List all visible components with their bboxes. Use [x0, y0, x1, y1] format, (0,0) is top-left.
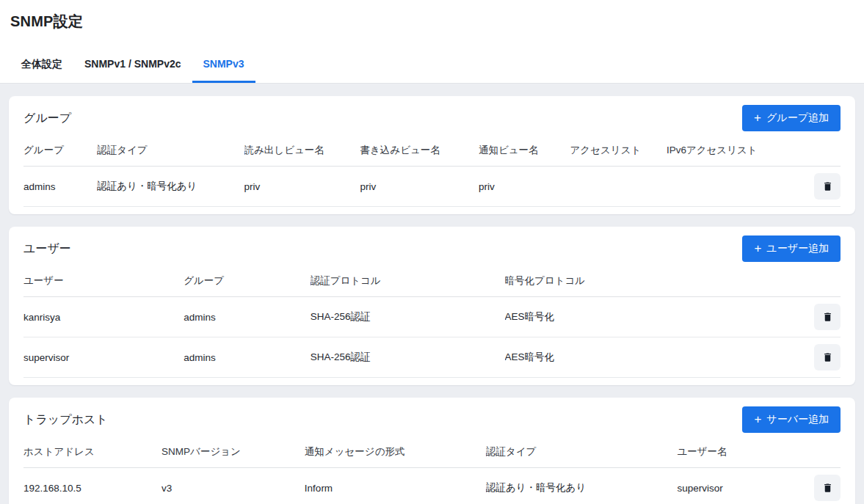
tab-snmpv3[interactable]: SNMPv3 [192, 49, 255, 83]
table-row: 192.168.10.5v3Inform認証あり・暗号化ありsupervisor [23, 468, 841, 504]
groups-table: グループ認証タイプ読み出しビュー名書き込みビュー名通知ビュー名アクセスリストIP… [23, 133, 841, 207]
table-cell: supervisor [677, 468, 796, 504]
column-header: アクセスリスト [570, 133, 667, 167]
trash-icon [822, 351, 833, 363]
column-header: 通知ビュー名 [479, 133, 570, 167]
users-card-header: ユーザー + ユーザー追加 [23, 235, 841, 262]
main-content: グループ + グループ追加 グループ認証タイプ読み出しビュー名書き込みビュー名通… [0, 96, 864, 504]
table-cell: 認証あり・暗号化あり [97, 167, 244, 207]
column-header: ユーザー [23, 263, 184, 297]
column-header: グループ [184, 263, 311, 297]
table-cell: priv [244, 167, 360, 207]
add-user-button[interactable]: + ユーザー追加 [742, 235, 841, 262]
table-cell: Inform [305, 468, 486, 504]
table-cell: AES暗号化 [505, 337, 796, 378]
delete-button[interactable] [814, 475, 841, 501]
actions-column-header [796, 434, 841, 468]
table-cell [667, 167, 796, 207]
plus-icon: + [754, 413, 761, 426]
actions-cell [796, 167, 841, 207]
trap-hosts-card: トラップホスト + サーバー追加 ホストアドレスSNMPバージョン通知メッセージ… [9, 398, 855, 504]
column-header: 認証タイプ [486, 434, 677, 468]
trash-icon [822, 482, 833, 494]
table-cell: SHA-256認証 [311, 337, 505, 378]
delete-button[interactable] [814, 304, 841, 330]
table-header-row: ユーザーグループ認証プロトコル暗号化プロトコル [23, 263, 841, 297]
trap-hosts-card-header: トラップホスト + サーバー追加 [23, 406, 841, 433]
table-cell: v3 [161, 468, 305, 504]
groups-card-header: グループ + グループ追加 [23, 105, 841, 131]
add-group-button[interactable]: + グループ追加 [742, 105, 841, 131]
delete-button[interactable] [814, 344, 841, 370]
groups-card: グループ + グループ追加 グループ認証タイプ読み出しビュー名書き込みビュー名通… [9, 96, 855, 214]
plus-icon: + [754, 242, 761, 255]
page-title: SNMP設定 [10, 12, 854, 32]
add-server-button[interactable]: + サーバー追加 [742, 406, 841, 433]
page-header: SNMP設定 全体設定SNMPv1 / SNMPv2cSNMPv3 [0, 0, 864, 84]
actions-cell [796, 337, 841, 378]
table-cell: 認証あり・暗号化あり [486, 468, 677, 504]
table-header-row: グループ認証タイプ読み出しビュー名書き込みビュー名通知ビュー名アクセスリストIP… [23, 133, 841, 167]
table-cell: kanrisya [23, 297, 184, 337]
plus-icon: + [754, 112, 761, 124]
table-cell: admins [184, 337, 311, 378]
tab-snmpv1-snmpv2c[interactable]: SNMPv1 / SNMPv2c [73, 49, 192, 83]
table-cell: 192.168.10.5 [23, 468, 161, 504]
table-cell [570, 167, 667, 207]
trap-hosts-section-title: トラップホスト [23, 412, 108, 428]
table-cell: SHA-256認証 [311, 297, 505, 337]
column-header: ホストアドレス [23, 434, 161, 468]
add-group-button-label: グループ追加 [766, 112, 829, 125]
column-header: ユーザー名 [677, 434, 796, 468]
table-row: kanrisyaadminsSHA-256認証AES暗号化 [23, 297, 841, 337]
table-header-row: ホストアドレスSNMPバージョン通知メッセージの形式認証タイプユーザー名 [23, 434, 841, 468]
column-header: IPv6アクセスリスト [667, 133, 796, 167]
trap-hosts-table: ホストアドレスSNMPバージョン通知メッセージの形式認証タイプユーザー名192.… [23, 434, 841, 504]
column-header: グループ [23, 133, 97, 167]
tabs: 全体設定SNMPv1 / SNMPv2cSNMPv3 [10, 49, 854, 83]
delete-button[interactable] [814, 173, 841, 200]
table-row: admins認証あり・暗号化ありprivprivpriv [23, 167, 841, 207]
trash-icon [822, 180, 833, 192]
users-section-title: ユーザー [23, 241, 71, 257]
actions-column-header [796, 133, 841, 167]
actions-cell [796, 297, 841, 337]
column-header: SNMPバージョン [161, 434, 305, 468]
column-header: 暗号化プロトコル [505, 263, 796, 297]
column-header: 認証プロトコル [311, 263, 505, 297]
table-cell: priv [360, 167, 479, 207]
column-header: 読み出しビュー名 [244, 133, 360, 167]
add-server-button-label: サーバー追加 [766, 413, 829, 426]
column-header: 通知メッセージの形式 [305, 434, 486, 468]
column-header: 認証タイプ [97, 133, 244, 167]
users-table: ユーザーグループ認証プロトコル暗号化プロトコルkanrisyaadminsSHA… [23, 263, 841, 378]
table-row: supervisoradminsSHA-256認証AES暗号化 [23, 337, 841, 378]
actions-cell [796, 468, 841, 504]
actions-column-header [796, 263, 841, 297]
table-cell: priv [479, 167, 570, 207]
add-user-button-label: ユーザー追加 [766, 242, 829, 255]
trash-icon [822, 311, 833, 323]
table-cell: supervisor [23, 337, 184, 378]
table-cell: admins [23, 167, 97, 207]
column-header: 書き込みビュー名 [360, 133, 479, 167]
table-cell: AES暗号化 [505, 297, 796, 337]
tab-zentai-settei[interactable]: 全体設定 [10, 49, 73, 83]
users-card: ユーザー + ユーザー追加 ユーザーグループ認証プロトコル暗号化プロトコルkan… [9, 227, 855, 385]
groups-section-title: グループ [23, 111, 71, 126]
table-cell: admins [184, 297, 311, 337]
